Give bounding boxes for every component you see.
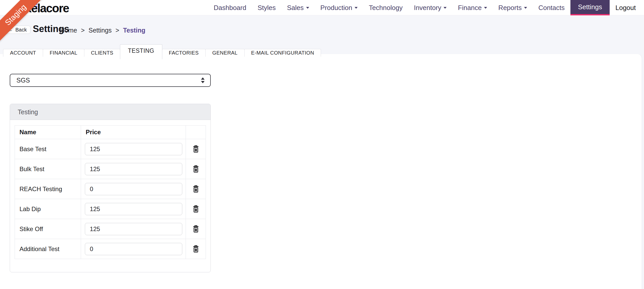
trash-icon bbox=[193, 225, 199, 233]
tab-testing-active[interactable]: TESTING bbox=[120, 44, 162, 59]
price-input[interactable] bbox=[85, 223, 182, 235]
testing-company-select-value: SGS bbox=[10, 77, 201, 84]
price-input[interactable] bbox=[85, 143, 182, 155]
tab-general[interactable]: GENERAL bbox=[205, 49, 244, 57]
nav-item-inventory[interactable]: Inventory bbox=[408, 0, 452, 15]
nav-item-finance[interactable]: Finance bbox=[452, 0, 493, 15]
tab-factories[interactable]: FACTORIES bbox=[162, 49, 206, 57]
nav-item-logout[interactable]: Logout bbox=[610, 0, 641, 15]
table-row: Base Test bbox=[15, 139, 206, 159]
price-input[interactable] bbox=[85, 243, 182, 255]
breadcrumb-home[interactable]: Home bbox=[60, 27, 77, 34]
tab-email-configuration[interactable]: E-MAIL CONFIGURATION bbox=[244, 49, 321, 57]
breadcrumb-settings[interactable]: Settings bbox=[88, 27, 112, 34]
table-header-row: Name Price bbox=[15, 126, 206, 139]
delete-row-button[interactable] bbox=[192, 224, 200, 234]
nav-item-styles[interactable]: Styles bbox=[252, 0, 281, 15]
trash-icon bbox=[193, 145, 199, 153]
delete-row-button[interactable] bbox=[192, 164, 200, 174]
price-input[interactable] bbox=[85, 163, 182, 175]
nav-item-contacts[interactable]: Contacts bbox=[533, 0, 570, 15]
select-updown-icon bbox=[201, 77, 205, 83]
breadcrumb-separator: > bbox=[116, 27, 119, 34]
price-input[interactable] bbox=[85, 203, 182, 215]
top-navbar: xelacore Dashboard Styles Sales Producti… bbox=[0, 0, 644, 15]
test-name: Stike Off bbox=[15, 219, 81, 239]
delete-row-button[interactable] bbox=[192, 184, 200, 194]
test-name: Bulk Test bbox=[15, 159, 81, 179]
table-row: Lab Dip bbox=[15, 199, 206, 219]
test-name: REACH Testing bbox=[15, 179, 81, 199]
nav-item-dashboard[interactable]: Dashboard bbox=[208, 0, 252, 15]
nav-item-settings-active[interactable]: Settings bbox=[570, 0, 610, 15]
chevron-down-icon bbox=[306, 7, 309, 9]
testing-company-select[interactable]: SGS bbox=[10, 74, 211, 87]
settings-tabs: ACCOUNT FINANCIAL CLIENTS TESTING FACTOR… bbox=[3, 42, 321, 57]
tab-financial[interactable]: FINANCIAL bbox=[43, 49, 84, 57]
test-name: Lab Dip bbox=[15, 199, 81, 219]
trash-icon bbox=[193, 205, 199, 213]
tab-account[interactable]: ACCOUNT bbox=[3, 49, 43, 57]
tab-clients[interactable]: CLIENTS bbox=[84, 49, 120, 57]
price-input[interactable] bbox=[85, 183, 182, 195]
nav-item-technology[interactable]: Technology bbox=[363, 0, 408, 15]
table-row: Stike Off bbox=[15, 219, 206, 239]
breadcrumb: Home > Settings > Testing bbox=[60, 27, 145, 34]
column-header-actions bbox=[186, 126, 206, 139]
nav-item-production[interactable]: Production bbox=[315, 0, 363, 15]
trash-icon bbox=[193, 245, 199, 253]
column-header-name: Name bbox=[15, 126, 81, 139]
nav-item-sales[interactable]: Sales bbox=[281, 0, 315, 15]
delete-row-button[interactable] bbox=[192, 144, 200, 154]
testing-price-table: Name Price Base Test Bulk Test REACH bbox=[15, 125, 206, 259]
testing-panel-title: Testing bbox=[10, 104, 210, 120]
content-card: SGS Testing Name Price Base Test bbox=[0, 54, 642, 289]
chevron-down-icon bbox=[524, 7, 527, 9]
chevron-down-icon bbox=[355, 7, 358, 9]
testing-panel: Testing Name Price Base Test Bulk Test bbox=[10, 104, 211, 272]
table-row: Additional Test bbox=[15, 239, 206, 259]
breadcrumb-separator: > bbox=[81, 27, 85, 34]
chevron-down-icon bbox=[484, 7, 487, 9]
table-row: Bulk Test bbox=[15, 159, 206, 179]
breadcrumb-current: Testing bbox=[123, 27, 145, 34]
main-navigation: Dashboard Styles Sales Production Techno… bbox=[208, 0, 644, 15]
trash-icon bbox=[193, 185, 199, 193]
column-header-price: Price bbox=[81, 126, 186, 139]
test-name: Base Test bbox=[15, 139, 81, 159]
nav-item-reports[interactable]: Reports bbox=[493, 0, 533, 15]
test-name: Additional Test bbox=[15, 239, 81, 259]
table-row: REACH Testing bbox=[15, 179, 206, 199]
trash-icon bbox=[193, 165, 199, 173]
delete-row-button[interactable] bbox=[192, 204, 200, 214]
back-label: Back bbox=[15, 27, 27, 33]
delete-row-button[interactable] bbox=[192, 244, 200, 254]
chevron-down-icon bbox=[444, 7, 447, 9]
